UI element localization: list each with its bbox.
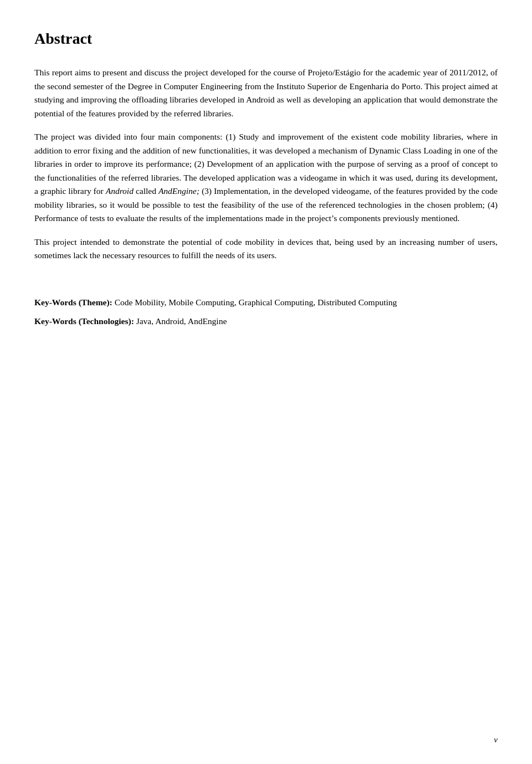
abstract-paragraph-2: The project was divided into four main c… (34, 130, 498, 225)
abstract-paragraph-1: This report aims to present and discuss … (34, 66, 498, 120)
page: Abstract This report aims to present and… (0, 0, 532, 764)
keywords-tech-label: Key-Words (Technologies): (34, 316, 134, 326)
page-title: Abstract (34, 27, 498, 50)
keywords-theme-label: Key-Words (Theme): (34, 298, 112, 307)
page-number: v (494, 734, 498, 746)
keywords-theme-value: Code Mobility, Mobile Computing, Graphic… (112, 298, 397, 307)
italic-andengine: AndEngine; (158, 186, 200, 196)
keywords-tech-line: Key-Words (Technologies): Java, Android,… (34, 315, 498, 328)
keywords-theme-line: Key-Words (Theme): Code Mobility, Mobile… (34, 296, 498, 309)
italic-android: Android (106, 186, 134, 196)
abstract-paragraph-3: This project intended to demonstrate the… (34, 235, 498, 263)
keywords-tech-value: Java, Android, AndEngine (134, 316, 227, 326)
keywords-section: Key-Words (Theme): Code Mobility, Mobile… (34, 296, 498, 329)
